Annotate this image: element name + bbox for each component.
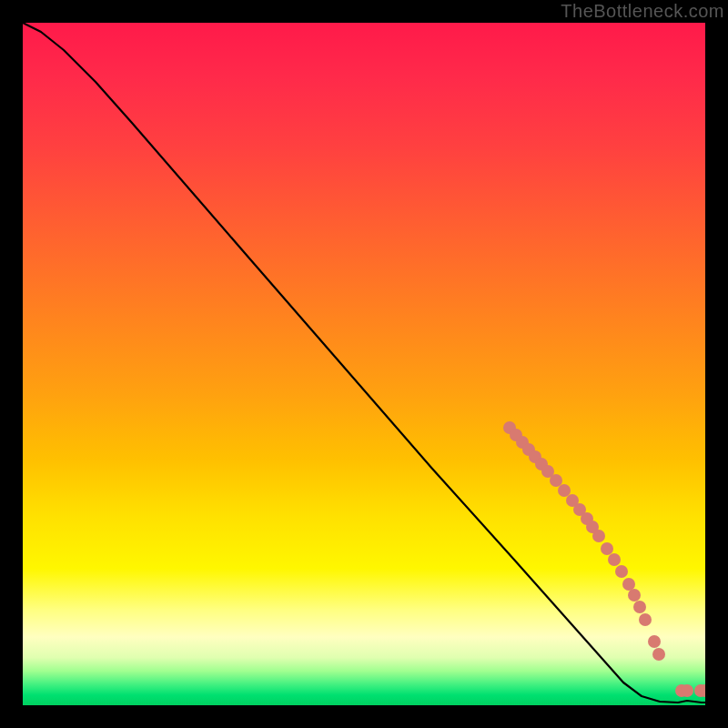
data-marker (648, 635, 661, 648)
data-marker (608, 553, 621, 566)
watermark-label: TheBottleneck.com (561, 1, 724, 22)
curve-line (23, 23, 705, 703)
data-marker (622, 578, 635, 591)
data-marker (558, 484, 571, 497)
data-marker (639, 613, 652, 626)
data-marker (633, 601, 646, 613)
chart-container: TheBottleneck.com (0, 0, 728, 728)
data-marker (592, 530, 605, 542)
data-marker (550, 474, 562, 487)
data-marker (652, 648, 665, 661)
data-markers (503, 421, 705, 697)
data-marker (681, 684, 693, 697)
chart-overlay (23, 23, 705, 705)
data-marker (628, 589, 641, 602)
data-marker (601, 542, 613, 555)
plot-area (23, 23, 705, 705)
data-marker (615, 565, 628, 578)
